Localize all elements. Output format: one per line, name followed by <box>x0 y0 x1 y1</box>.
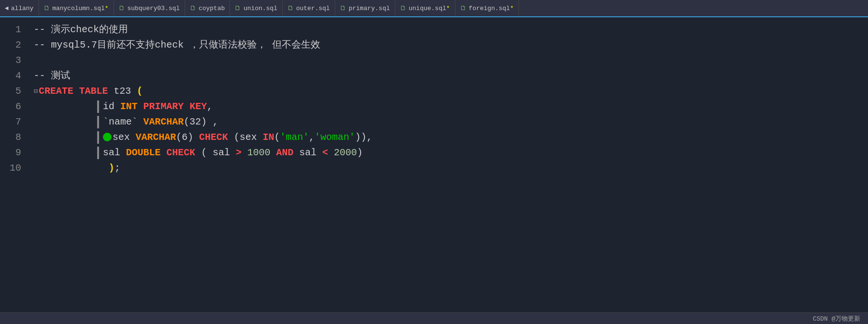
col-id: id <box>103 99 114 114</box>
tab-primary-label: primary.sql <box>349 5 390 12</box>
code-line-2: -- mysql5.7目前还不支持check ，只做语法校验， 但不会生效 <box>34 37 868 53</box>
code-area: 1 2 3 4 5 6 7 8 9 10 -- 演示check的使用 -- my… <box>0 17 868 312</box>
tab-unique-label: unique.sql* <box>409 5 450 12</box>
tab-coyptab-label: coyptab <box>199 5 225 12</box>
line-num-2: 2 <box>0 37 29 53</box>
watermark: CSDN @万物更新 <box>813 314 860 323</box>
op-gt: > <box>236 145 241 161</box>
line-num-7: 7 <box>0 114 29 130</box>
line-num-4: 4 <box>0 68 29 84</box>
file-icon-6: 🗋 <box>340 5 346 12</box>
semicolon-10: ; <box>114 161 120 176</box>
op-lt: < <box>322 145 328 161</box>
kw-key: KEY <box>189 99 207 114</box>
file-icon-1: 🗋 <box>44 5 50 12</box>
tab-foreign[interactable]: 🗋 foreign.sql* <box>455 0 519 16</box>
tab-back[interactable]: ◄ allany <box>0 0 39 16</box>
comment-1: -- 演示check的使用 <box>34 22 128 37</box>
block-line-7 <box>97 116 99 128</box>
tab-coyptab[interactable]: 🗋 coyptab <box>185 0 230 16</box>
kw-check-8: CHECK <box>199 130 228 145</box>
check-sal-col1: sal <box>213 145 230 161</box>
num-2000: 2000 <box>334 145 357 161</box>
tab-unique[interactable]: 🗋 unique.sql* <box>395 0 455 16</box>
tab-outer-label: outer.sql <box>296 5 330 12</box>
line-num-3: 3 <box>0 53 29 68</box>
tab-foreign-label: foreign.sql* <box>469 5 514 12</box>
comment-2: -- mysql5.7目前还不支持check ，只做语法校验， 但不会生效 <box>34 37 320 53</box>
col-name-backtick: `name` <box>103 114 138 130</box>
block-line-6 <box>97 100 99 113</box>
back-arrow: ◄ <box>5 5 9 12</box>
kw-varchar-8: VARCHAR <box>136 130 176 145</box>
kw-int: INT <box>120 99 138 114</box>
check-sex-col: sex <box>239 130 257 145</box>
file-icon-5: 🗋 <box>288 5 294 12</box>
tab-primary[interactable]: 🗋 primary.sql <box>335 0 395 16</box>
cursor-dot <box>103 133 112 141</box>
table-name: t23 <box>114 84 131 99</box>
kw-double: DOUBLE <box>126 145 161 161</box>
code-line-8: sex VARCHAR(6) CHECK (sex IN('man','woma… <box>34 130 868 145</box>
code-line-9: sal DOUBLE CHECK ( sal > 1000 AND sal < … <box>34 145 868 161</box>
tab-union[interactable]: 🗋 union.sql <box>230 0 282 16</box>
file-icon-7: 🗋 <box>400 5 406 12</box>
str-woman: 'woman' <box>314 130 355 145</box>
code-line-7: `name` VARCHAR(32) , <box>34 114 868 130</box>
block-line-8 <box>97 131 99 144</box>
block-line-9 <box>97 147 99 159</box>
line-num-8: 8 <box>0 130 29 145</box>
code-line-10: ); <box>34 161 868 176</box>
code-line-1: -- 演示check的使用 <box>34 22 868 37</box>
kw-in: IN <box>263 130 274 145</box>
str-man: 'man' <box>280 130 309 145</box>
code-line-5: ⊟CREATE TABLE t23 ( <box>34 84 868 99</box>
tab-manycolumn[interactable]: 🗋 manycolumn.sql* <box>39 0 114 16</box>
line-numbers: 1 2 3 4 5 6 7 8 9 10 <box>0 17 29 312</box>
kw-create: CREATE <box>38 84 73 99</box>
tab-bar: ◄ allany 🗋 manycolumn.sql* 🗋 subquery03.… <box>0 0 868 17</box>
tab-manycolumn-label: manycolumn.sql* <box>52 5 109 12</box>
file-icon-8: 🗋 <box>460 5 466 12</box>
line-num-1: 1 <box>0 22 29 37</box>
tab-union-label: union.sql <box>243 5 277 12</box>
kw-varchar-7: VARCHAR <box>143 114 184 130</box>
col-sal: sal <box>103 145 120 161</box>
check-sal-col2: sal <box>299 145 316 161</box>
code-content[interactable]: -- 演示check的使用 -- mysql5.7目前还不支持check ，只做… <box>29 17 868 312</box>
comment-3: -- 测试 <box>34 68 70 84</box>
file-icon-2: 🗋 <box>119 5 125 12</box>
tab-subquery03-label: subquery03.sql <box>127 5 180 12</box>
comma-6: , <box>207 99 213 114</box>
close-paren-10: ) <box>109 161 114 176</box>
tab-outer[interactable]: 🗋 outer.sql <box>283 0 335 16</box>
code-line-4: -- 测试 <box>34 68 868 84</box>
code-line-6: id INT PRIMARY KEY, <box>34 99 868 114</box>
tab-back-label: allany <box>11 5 34 12</box>
kw-table: TABLE <box>79 84 108 99</box>
file-icon-4: 🗋 <box>235 5 241 12</box>
code-line-3 <box>34 53 868 68</box>
kw-and: AND <box>276 145 293 161</box>
kw-primary: PRIMARY <box>143 99 184 114</box>
collapse-icon-5[interactable]: ⊟ <box>34 86 38 97</box>
col-sex: sex <box>113 130 130 145</box>
line-num-10: 10 <box>0 161 29 176</box>
line-num-6: 6 <box>0 99 29 114</box>
tab-subquery03[interactable]: 🗋 subquery03.sql <box>114 0 185 16</box>
paren-32: (32) <box>184 114 207 130</box>
kw-check-9: CHECK <box>166 145 195 161</box>
file-icon-3: 🗋 <box>190 5 196 12</box>
num-1000: 1000 <box>247 145 270 161</box>
open-paren-5: ( <box>137 84 143 99</box>
status-bar: CSDN @万物更新 <box>0 312 868 324</box>
line-num-9: 9 <box>0 145 29 161</box>
line-num-5: 5 <box>0 84 29 99</box>
